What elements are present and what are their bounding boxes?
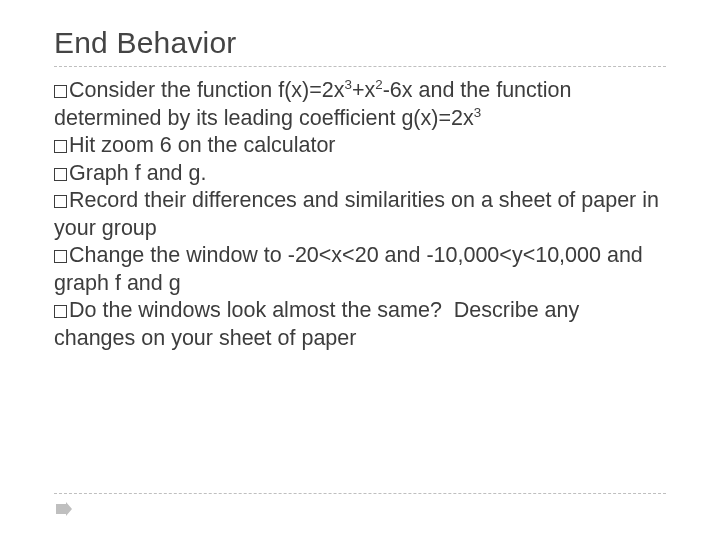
list-item-lead: Graph [69,161,129,185]
list-item-text: zoom 6 on the calculator [95,133,335,157]
checkbox-icon [54,168,67,181]
checkbox-icon [54,140,67,153]
list-item: Hit zoom 6 on the calculator [54,132,666,160]
list-item: Do the windows look almost the same? Des… [54,297,666,352]
list-item: Graph f and g. [54,160,666,188]
svg-marker-0 [56,502,72,516]
list-item-lead: Consider [69,78,155,102]
slide-title: End Behavior [54,26,666,60]
list-item-lead: Hit [69,133,95,157]
list-item-text: their differences and similarities on a … [54,188,659,240]
list-item-text: f and g. [129,161,207,185]
footer-divider [54,493,666,494]
list-item-lead: Do [69,298,96,322]
list-item-lead: Record [69,188,138,212]
checkbox-icon [54,195,67,208]
checkbox-icon [54,250,67,263]
checkbox-icon [54,305,67,318]
slide: End Behavior Consider the function f(x)=… [0,0,720,540]
list-item: Change the window to -20<x<20 and -10,00… [54,242,666,297]
list-item: Consider the function f(x)=2x3+x2-6x and… [54,77,666,132]
list-item-text: the windows look almost the same? Descri… [54,298,579,350]
checkbox-icon [54,85,67,98]
title-divider [54,66,666,67]
slide-body: Consider the function f(x)=2x3+x2-6x and… [54,77,666,352]
arrow-right-icon [56,502,72,516]
list-item-lead: Change [69,243,144,267]
list-item: Record their differences and similaritie… [54,187,666,242]
